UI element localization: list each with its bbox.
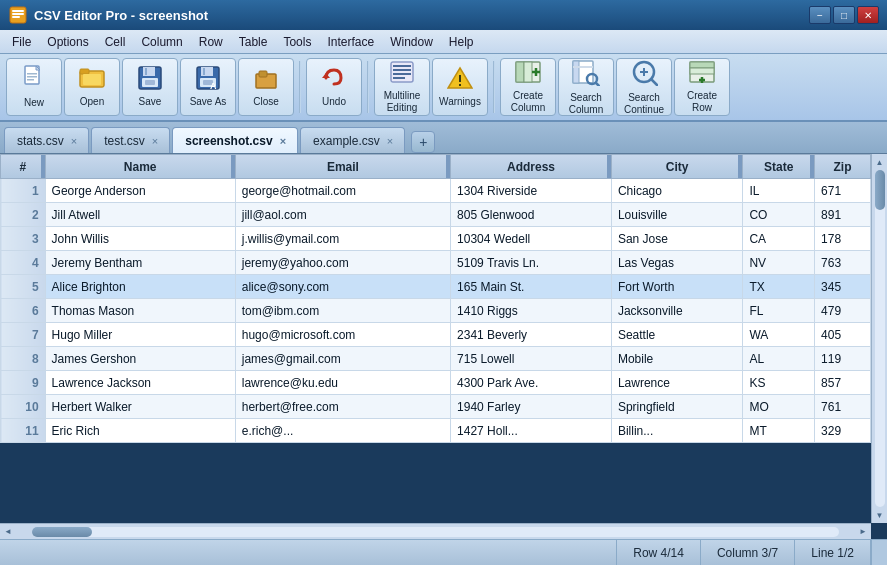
toolbar-btn-new[interactable]: New [6,58,62,116]
scroll-down-arrow[interactable]: ▼ [872,507,888,523]
horizontal-scrollbar[interactable]: ◄ ► [0,523,871,539]
col-resizer-#[interactable] [41,155,45,178]
menu-item-file[interactable]: File [4,33,39,51]
cell-zip: 479 [815,299,871,323]
tab-stats[interactable]: stats.csv× [4,127,89,153]
maximize-button[interactable]: □ [833,6,855,24]
cell-num: 10 [1,395,46,419]
toolbar-btn-close[interactable]: Close [238,58,294,116]
toolbar-btn-search-column[interactable]: Search Column [558,58,614,116]
vertical-scroll-track[interactable] [875,170,885,507]
cell-email: alice@sony.com [235,275,450,299]
cell-num: 1 [1,179,46,203]
tab-test[interactable]: test.csv× [91,127,170,153]
cell-email: e.rich@... [235,419,450,443]
table-row[interactable]: 2Jill Atwelljill@aol.com805 GlenwoodLoui… [1,203,871,227]
cell-zip: 671 [815,179,871,203]
cell-address: 5109 Travis Ln. [451,251,612,275]
toolbar-btn-multiline[interactable]: Multiline Editing [374,58,430,116]
svg-rect-36 [524,62,532,82]
menu-item-column[interactable]: Column [133,33,190,51]
cell-zip: 891 [815,203,871,227]
table-row[interactable]: 11Eric Riche.rich@...1427 Holl...Billin.… [1,419,871,443]
table-body: 1George Andersongeorge@hotmail.com1304 R… [1,179,871,443]
tab-label-test: test.csv [104,134,145,148]
vertical-scroll-thumb[interactable] [875,170,885,210]
tabs-bar: stats.csv×test.csv×screenshot.csv×exampl… [0,122,887,154]
tab-close-screenshot[interactable]: × [279,135,287,147]
tab-close-stats[interactable]: × [70,135,78,147]
warnings-label: Warnings [439,96,481,108]
create-row-label: Create Row [677,90,727,114]
cell-name: Jeremy Bentham [45,251,235,275]
tab-example[interactable]: example.csv× [300,127,405,153]
table-row[interactable]: 6Thomas Masontom@ibm.com1410 RiggsJackso… [1,299,871,323]
cell-email: jeremy@yahoo.com [235,251,450,275]
col-resizer-name[interactable] [231,155,235,178]
tab-close-test[interactable]: × [151,135,159,147]
tab-screenshot[interactable]: screenshot.csv× [172,127,298,153]
cell-num: 3 [1,227,46,251]
horizontal-scroll-track[interactable] [32,527,839,537]
horizontal-scroll-thumb[interactable] [32,527,92,537]
add-tab-button[interactable]: + [411,131,435,153]
table-row[interactable]: 9Lawrence Jacksonlawrence@ku.edu4300 Par… [1,371,871,395]
window-controls: − □ ✕ [809,6,879,24]
menu-item-table[interactable]: Table [231,33,276,51]
table-row[interactable]: 8James Gershonjames@gmail.com715 LowellM… [1,347,871,371]
table-row[interactable]: 1George Andersongeorge@hotmail.com1304 R… [1,179,871,203]
vertical-scrollbar[interactable]: ▲ ▼ [871,154,887,523]
cell-state: MT [743,419,815,443]
col-resizer-email[interactable] [446,155,450,178]
scroll-right-arrow[interactable]: ► [855,524,871,540]
toolbar-btn-save[interactable]: Save [122,58,178,116]
svg-rect-11 [83,74,101,85]
search-continue-label: Search Continue [619,92,669,116]
save-icon [138,66,162,94]
menu-item-row[interactable]: Row [191,33,231,51]
open-icon [79,66,105,94]
cell-num: 2 [1,203,46,227]
svg-marker-25 [322,73,330,78]
create-column-label: Create Column [503,90,553,114]
menu-item-tools[interactable]: Tools [275,33,319,51]
toolbar-btn-create-column[interactable]: Create Column [500,58,556,116]
menu-item-help[interactable]: Help [441,33,482,51]
minimize-button[interactable]: − [809,6,831,24]
toolbar-btn-undo[interactable]: Undo [306,58,362,116]
cell-name: Thomas Mason [45,299,235,323]
col-resizer-address[interactable] [607,155,611,178]
svg-rect-13 [143,67,155,76]
table-row[interactable]: 7Hugo Millerhugo@microsoft.com2341 Bever… [1,323,871,347]
menu-item-interface[interactable]: Interface [319,33,382,51]
table-row[interactable]: 5Alice Brightonalice@sony.com165 Main St… [1,275,871,299]
table-row[interactable]: 3John Willisj.willis@ymail.com10304 Wede… [1,227,871,251]
toolbar-btn-save-as[interactable]: ASave As [180,58,236,116]
column-info: Column 3/7 [701,540,795,565]
toolbar-btn-create-row[interactable]: Create Row [674,58,730,116]
table-header-name: Name [45,155,235,179]
scroll-left-arrow[interactable]: ◄ [0,524,16,540]
table-row[interactable]: 4Jeremy Benthamjeremy@yahoo.com5109 Trav… [1,251,871,275]
search-column-icon [572,58,600,90]
col-resizer-state[interactable] [810,155,814,178]
table-row[interactable]: 10Herbert Walkerherbert@free.com1940 Far… [1,395,871,419]
menu-item-cell[interactable]: Cell [97,33,134,51]
toolbar-btn-search-continue[interactable]: Search Continue [616,58,672,116]
toolbar-btn-warnings[interactable]: Warnings [432,58,488,116]
table-scroll-area: #NameEmailAddressCityStateZip 1George An… [0,154,887,539]
close-button[interactable]: ✕ [857,6,879,24]
cell-city: Mobile [611,347,742,371]
toolbar-btn-open[interactable]: Open [64,58,120,116]
menu-item-options[interactable]: Options [39,33,96,51]
row-info: Row 4/14 [617,540,701,565]
tab-close-example[interactable]: × [386,135,394,147]
cell-state: TX [743,275,815,299]
menu-item-window[interactable]: Window [382,33,441,51]
status-bar: Row 4/14 Column 3/7 Line 1/2 [0,539,887,565]
window-title: CSV Editor Pro - screenshot [34,8,809,23]
scroll-up-arrow[interactable]: ▲ [872,154,888,170]
svg-rect-3 [12,16,20,18]
col-resizer-city[interactable] [738,155,742,178]
search-column-label: Search Column [561,92,611,116]
